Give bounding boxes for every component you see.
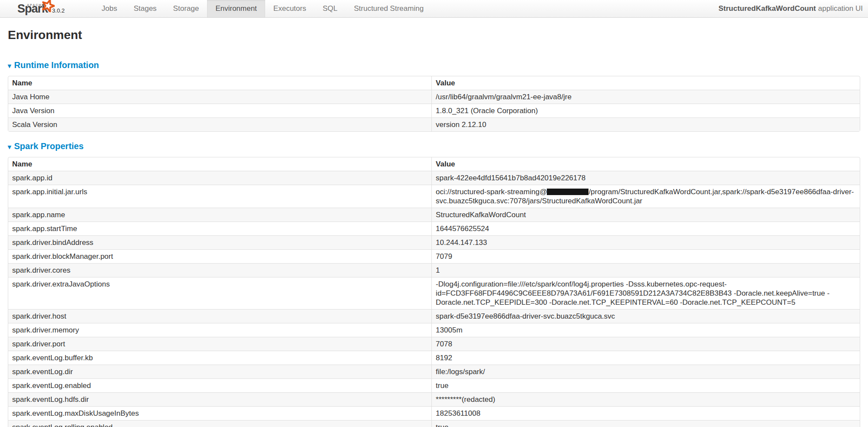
tab-executors[interactable]: Executors xyxy=(265,0,315,17)
property-value-cell: *********(redacted) xyxy=(431,392,860,406)
property-value-cell: 8192 xyxy=(431,351,860,365)
property-value-cell: 10.244.147.133 xyxy=(431,235,860,249)
property-value-cell: 7078 xyxy=(431,337,860,351)
property-name-cell: spark.driver.cores xyxy=(8,263,431,277)
top-navbar: APACHE Spark 3.0.2 JobsStagesStorageEnvi… xyxy=(0,0,868,18)
table-header-row: Name Value xyxy=(8,157,860,171)
nav-tabs: JobsStagesStorageEnvironmentExecutorsSQL… xyxy=(93,0,432,17)
table-row: spark.driver.extraJavaOptions-Dlog4j.con… xyxy=(8,277,860,309)
property-name-cell: spark.eventLog.buffer.kb xyxy=(8,351,431,365)
table-row: Scala Versionversion 2.12.10 xyxy=(8,117,860,131)
property-value-cell: 1 xyxy=(431,263,860,277)
tab-environment[interactable]: Environment xyxy=(207,0,265,17)
table-row: spark.driver.blockManager.port7079 xyxy=(8,249,860,263)
tab-storage[interactable]: Storage xyxy=(165,0,207,17)
property-name-cell: spark.driver.bindAddress xyxy=(8,235,431,249)
property-name-cell: spark.eventLog.rolling.enabled xyxy=(8,420,431,427)
name-column-header: Name xyxy=(8,157,431,171)
table-row: spark.driver.port7078 xyxy=(8,337,860,351)
table-row: spark.driver.memory13005m xyxy=(8,323,860,337)
property-name-cell: Java Version xyxy=(8,104,431,117)
property-name-cell: spark.app.startTime xyxy=(8,222,431,235)
property-value-cell: 1.8.0_321 (Oracle Corporation) xyxy=(431,104,860,117)
spark-logo[interactable]: APACHE Spark 3.0.2 xyxy=(0,0,93,17)
property-name-cell: Scala Version xyxy=(8,117,431,131)
property-name-cell: spark.eventLog.hdfs.dir xyxy=(8,392,431,406)
environment-page: Environment ▾ Runtime Information Name V… xyxy=(0,28,868,427)
property-name-cell: spark.driver.memory xyxy=(8,323,431,337)
table-row: Java Version1.8.0_321 (Oracle Corporatio… xyxy=(8,104,860,117)
table-row: Java Home/usr/lib64/graalvm/graalvm21-ee… xyxy=(8,90,860,104)
property-value-cell: true xyxy=(431,420,860,427)
property-value-cell: -Dlog4j.configuration=file:///etc/spark/… xyxy=(431,277,860,309)
table-header-row: Name Value xyxy=(8,76,860,90)
table-row: spark.app.initial.jar.urlsoci://structur… xyxy=(8,185,860,208)
table-row: spark.eventLog.dirfile:/logs/spark/ xyxy=(8,365,860,378)
redacted-black-box xyxy=(547,189,589,195)
name-column-header: Name xyxy=(8,76,431,90)
property-name-cell: spark.eventLog.maxDiskUsageInBytes xyxy=(8,406,431,420)
property-value-cell: true xyxy=(431,378,860,392)
application-name: StructuredKafkaWordCount xyxy=(719,4,816,13)
table-row: spark.driver.hostspark-d5e3197ee866dfaa-… xyxy=(8,309,860,323)
collapse-arrow-icon: ▾ xyxy=(8,143,11,151)
value-column-header: Value xyxy=(431,76,860,90)
property-value-cell: /usr/lib64/graalvm/graalvm21-ee-java8/jr… xyxy=(431,90,860,104)
collapse-arrow-icon: ▾ xyxy=(8,62,11,70)
property-name-cell: spark.eventLog.enabled xyxy=(8,378,431,392)
property-value-cell: version 2.12.10 xyxy=(431,117,860,131)
property-name-cell: spark.driver.port xyxy=(8,337,431,351)
section-runtime-information: ▾ Runtime Information Name Value Java Ho… xyxy=(8,60,860,132)
property-value-cell: 1644576625524 xyxy=(431,222,860,235)
property-value-cell: 7079 xyxy=(431,249,860,263)
table-row: spark.driver.bindAddress10.244.147.133 xyxy=(8,235,860,249)
table-row: spark.eventLog.buffer.kb8192 xyxy=(8,351,860,365)
table-row: spark.app.nameStructuredKafkaWordCount xyxy=(8,208,860,222)
property-value-cell: oci://structured-spark-streaming@/progra… xyxy=(431,185,860,208)
property-value-cell: StructuredKafkaWordCount xyxy=(431,208,860,222)
property-value-cell: spark-d5e3197ee866dfaa-driver-svc.buazc5… xyxy=(431,309,860,323)
tab-sql[interactable]: SQL xyxy=(314,0,345,17)
section-title: Runtime Information xyxy=(14,60,99,70)
tab-jobs[interactable]: Jobs xyxy=(93,0,125,17)
property-name-cell: spark.app.initial.jar.urls xyxy=(8,185,431,208)
property-name-cell: spark.driver.extraJavaOptions xyxy=(8,277,431,309)
application-title-suffix: application UI xyxy=(818,4,863,13)
property-name-cell: spark.driver.blockManager.port xyxy=(8,249,431,263)
spark-star-icon xyxy=(42,0,55,12)
table-row: spark.eventLog.rolling.enabledtrue xyxy=(8,420,860,427)
runtime-information-toggle[interactable]: ▾ Runtime Information xyxy=(8,60,99,70)
table-row: spark.eventLog.hdfs.dir*********(redacte… xyxy=(8,392,860,406)
spark-properties-toggle[interactable]: ▾ Spark Properties xyxy=(8,141,84,151)
section-spark-properties: ▾ Spark Properties Name Value spark.app.… xyxy=(8,141,860,427)
property-name-cell: spark.eventLog.dir xyxy=(8,365,431,378)
application-title: StructuredKafkaWordCount application UI xyxy=(719,0,863,17)
property-name-cell: spark.driver.host xyxy=(8,309,431,323)
tab-structured-streaming[interactable]: Structured Streaming xyxy=(345,0,432,17)
property-value-cell: 13005m xyxy=(431,323,860,337)
runtime-information-table: Name Value Java Home/usr/lib64/graalvm/g… xyxy=(8,76,860,132)
table-row: spark.app.startTime1644576625524 xyxy=(8,222,860,235)
property-name-cell: Java Home xyxy=(8,90,431,104)
table-row: spark.driver.cores1 xyxy=(8,263,860,277)
spark-properties-table: Name Value spark.app.idspark-422ee4dfd15… xyxy=(8,157,860,427)
property-value-cell: 18253611008 xyxy=(431,406,860,420)
table-row: spark.eventLog.enabledtrue xyxy=(8,378,860,392)
value-column-header: Value xyxy=(431,157,860,171)
property-name-cell: spark.app.id xyxy=(8,171,431,185)
property-value-cell: file:/logs/spark/ xyxy=(431,365,860,378)
tab-stages[interactable]: Stages xyxy=(125,0,165,17)
page-title: Environment xyxy=(8,28,860,42)
table-row: spark.eventLog.maxDiskUsageInBytes182536… xyxy=(8,406,860,420)
table-row: spark.app.idspark-422ee4dfd15641b7b8ad42… xyxy=(8,171,860,185)
property-name-cell: spark.app.name xyxy=(8,208,431,222)
property-value-cell: spark-422ee4dfd15641b7b8ad42019e226178 xyxy=(431,171,860,185)
spark-logo-text: APACHE Spark xyxy=(17,3,48,15)
section-title: Spark Properties xyxy=(14,141,84,151)
